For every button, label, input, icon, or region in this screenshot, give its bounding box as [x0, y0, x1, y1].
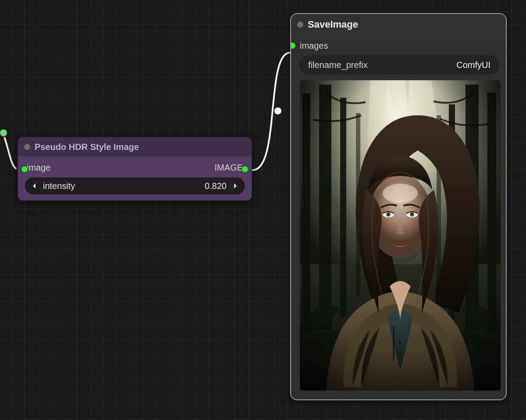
node-title: SaveImage	[308, 19, 358, 30]
node-titlebar[interactable]: SaveImage	[291, 14, 506, 36]
node-title: Pseudo HDR Style Image	[35, 142, 139, 152]
output-port-label: IMAGE	[215, 163, 243, 173]
node-titlebar[interactable]: Pseudo HDR Style Image	[18, 137, 252, 157]
decrement-button[interactable]	[28, 183, 40, 189]
input-port-label: image	[27, 163, 50, 173]
increment-button[interactable]	[229, 183, 242, 189]
input-port-images[interactable]	[290, 43, 295, 49]
node-body: images filename_prefix ComfyUI	[291, 36, 506, 399]
output-image-preview[interactable]	[300, 80, 501, 391]
offscreen-output-port[interactable]	[0, 128, 8, 137]
output-port-image[interactable]	[242, 166, 248, 172]
chevron-left-icon	[32, 183, 37, 189]
filename-prefix-widget[interactable]: filename_prefix ComfyUI	[300, 56, 499, 74]
node-save-image[interactable]: SaveImage images filename_prefix ComfyUI	[290, 13, 507, 400]
node-port-row: images	[300, 38, 499, 53]
node-status-dot	[297, 21, 303, 28]
input-port-label: images	[300, 41, 328, 51]
widget-label: filename_prefix	[308, 60, 368, 70]
widget-label: intensity	[40, 181, 75, 191]
widget-value: 0.820	[205, 181, 229, 191]
intensity-number-widget[interactable]: intensity 0.820	[25, 178, 245, 194]
chevron-right-icon	[233, 183, 238, 189]
node-body: image IMAGE intensity 0.820	[18, 157, 252, 201]
widget-value: ComfyUI	[456, 60, 490, 70]
node-graph-canvas[interactable]: Pseudo HDR Style Image image IMAGE inten…	[0, 0, 526, 420]
svg-rect-27	[300, 80, 501, 391]
node-port-row: image IMAGE	[25, 160, 245, 175]
node-status-dot	[24, 144, 30, 150]
node-pseudo-hdr[interactable]: Pseudo HDR Style Image image IMAGE inten…	[18, 137, 252, 201]
svg-point-0	[274, 107, 281, 114]
input-port-image[interactable]	[21, 166, 28, 172]
